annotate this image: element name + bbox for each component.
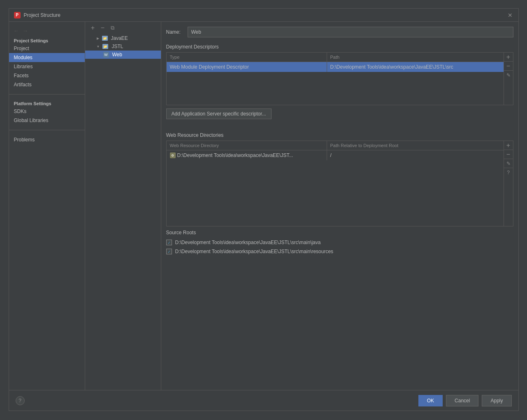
source-root-row-1: D:\Development Tools\idea\workspace\Java… xyxy=(166,247,513,256)
dd-table-header: Type Path xyxy=(167,53,504,62)
web-resource-table-area: Web Resource Directory Path Relative to … xyxy=(166,141,513,226)
sidebar-item-project[interactable]: Project xyxy=(9,44,85,53)
sidebar-item-sdks[interactable]: SDKs xyxy=(9,107,85,116)
dd-empty-space xyxy=(167,72,504,105)
wr-help-button[interactable]: ? xyxy=(504,168,513,177)
sidebar-item-libraries[interactable]: Libraries xyxy=(9,62,85,71)
tree-item-jstl[interactable]: ▼ 📁 JSTL xyxy=(85,42,161,51)
app-icon: P xyxy=(14,12,21,18)
title-bar-left: P Project Structure xyxy=(14,12,60,18)
cancel-button[interactable]: Cancel xyxy=(446,395,478,406)
expand-arrow-jstl: ▼ xyxy=(97,45,100,48)
wr-edit-button[interactable]: ✎ xyxy=(504,159,513,168)
dialog-title: Project Structure xyxy=(24,12,60,18)
add-module-button[interactable]: + xyxy=(88,23,98,32)
wr-col-relpath-header: Path Relative to Deployment Root xyxy=(327,141,504,150)
wr-col-webdir-header: Web Resource Directory xyxy=(167,141,327,150)
remove-module-button[interactable]: − xyxy=(98,23,107,32)
tree-label-web: Web xyxy=(112,52,122,58)
name-input[interactable] xyxy=(188,27,513,37)
expand-arrow-javaee: ▶ xyxy=(97,37,99,40)
webdir-folder-icon: ⚙ xyxy=(170,152,176,158)
wr-dir-value: D:\Development Tools\idea\workspace\Java… xyxy=(177,152,293,158)
sidebar-divider2 xyxy=(9,130,85,130)
bottom-buttons: OK Cancel Apply xyxy=(418,395,512,406)
wr-remove-button[interactable]: − xyxy=(504,150,513,159)
title-bar: P Project Structure ✕ xyxy=(9,9,518,22)
platform-settings-section-label: Platform Settings xyxy=(9,99,85,107)
dialog-body: ← → Project Settings Project Modules Lib… xyxy=(9,22,518,390)
project-settings-section-label: Project Settings xyxy=(9,37,85,44)
apply-button[interactable]: Apply xyxy=(482,395,511,406)
sidebar-item-problems[interactable]: Problems xyxy=(9,135,85,144)
dd-col-type-header: Type xyxy=(167,53,327,62)
sidebar: ← → Project Settings Project Modules Lib… xyxy=(9,22,85,390)
tree-item-web[interactable]: W Web xyxy=(85,51,161,59)
web-module-icon: W xyxy=(103,52,109,58)
main-content-area: Name: Deployment Descriptors Type Path W… xyxy=(161,22,518,390)
deployment-descriptors-table-area: Type Path Web Module Deployment Descript… xyxy=(166,52,513,105)
module-toolbar: + − ⧉ xyxy=(85,22,161,34)
deployment-descriptors-title: Deployment Descriptors xyxy=(166,44,513,50)
source-root-checkbox-1[interactable] xyxy=(166,249,172,254)
bottom-bar: ? OK Cancel Apply xyxy=(9,390,518,411)
dd-path-cell: D:\Development Tools\idea\workspace\Java… xyxy=(327,62,504,72)
add-server-descriptor-button[interactable]: Add Application Server specific descript… xyxy=(166,108,272,119)
tree-item-javaee[interactable]: ▶ 📁 JavaEE xyxy=(85,34,161,42)
dd-edit-button[interactable]: ✎ xyxy=(504,71,513,80)
wr-table-header: Web Resource Directory Path Relative to … xyxy=(167,141,504,150)
folder-icon-javaee: 📁 xyxy=(102,36,108,41)
source-root-path-1: D:\Development Tools\idea\workspace\Java… xyxy=(175,249,334,254)
close-button[interactable]: ✕ xyxy=(507,12,513,18)
source-root-path-0: D:\Development Tools\idea\workspace\Java… xyxy=(175,240,321,245)
web-resource-table: Web Resource Directory Path Relative to … xyxy=(166,141,504,226)
folder-icon-jstl: 📁 xyxy=(102,44,108,49)
nav-forward-button[interactable]: → xyxy=(21,27,30,35)
project-structure-dialog: P Project Structure ✕ ← → Project Settin… xyxy=(9,8,519,411)
dd-side-toolbar: + − ✎ xyxy=(504,52,513,105)
source-root-row-0: D:\Development Tools\idea\workspace\Java… xyxy=(166,238,513,247)
source-roots-title: Source Roots xyxy=(166,230,513,235)
web-resource-directories-title: Web Resource Directories xyxy=(166,132,513,138)
sidebar-item-modules[interactable]: Modules xyxy=(9,53,85,62)
copy-module-button[interactable]: ⧉ xyxy=(108,23,117,32)
sidebar-item-artifacts[interactable]: Artifacts xyxy=(9,80,85,89)
tree-label-javaee: JavaEE xyxy=(111,35,128,41)
deployment-descriptors-table: Type Path Web Module Deployment Descript… xyxy=(166,52,504,105)
help-button[interactable]: ? xyxy=(16,396,25,405)
wr-empty-space xyxy=(167,160,504,226)
name-row: Name: xyxy=(166,27,513,37)
wr-add-button[interactable]: + xyxy=(504,141,513,150)
wr-table-row[interactable]: ⚙ D:\Development Tools\idea\workspace\Ja… xyxy=(167,150,504,160)
source-root-checkbox-0[interactable] xyxy=(166,240,172,245)
dd-add-button[interactable]: + xyxy=(504,53,513,62)
name-field-label: Name: xyxy=(166,29,183,35)
dd-table-row[interactable]: Web Module Deployment Descriptor D:\Deve… xyxy=(167,62,504,72)
sidebar-item-facets[interactable]: Facets xyxy=(9,71,85,80)
sidebar-item-global-libraries[interactable]: Global Libraries xyxy=(9,116,85,125)
dd-col-path-header: Path xyxy=(327,53,504,62)
dd-type-cell: Web Module Deployment Descriptor xyxy=(167,62,327,72)
wr-dir-cell: ⚙ D:\Development Tools\idea\workspace\Ja… xyxy=(167,150,327,160)
wr-relpath-cell: / xyxy=(327,150,504,160)
tree-label-jstl: JSTL xyxy=(111,44,123,49)
wr-side-toolbar: + − ✎ ? xyxy=(504,141,513,226)
sidebar-divider xyxy=(9,94,85,95)
dd-remove-button[interactable]: − xyxy=(504,62,513,71)
nav-toolbar: ← → xyxy=(9,25,85,37)
nav-back-button[interactable]: ← xyxy=(12,27,21,35)
ok-button[interactable]: OK xyxy=(418,395,443,406)
